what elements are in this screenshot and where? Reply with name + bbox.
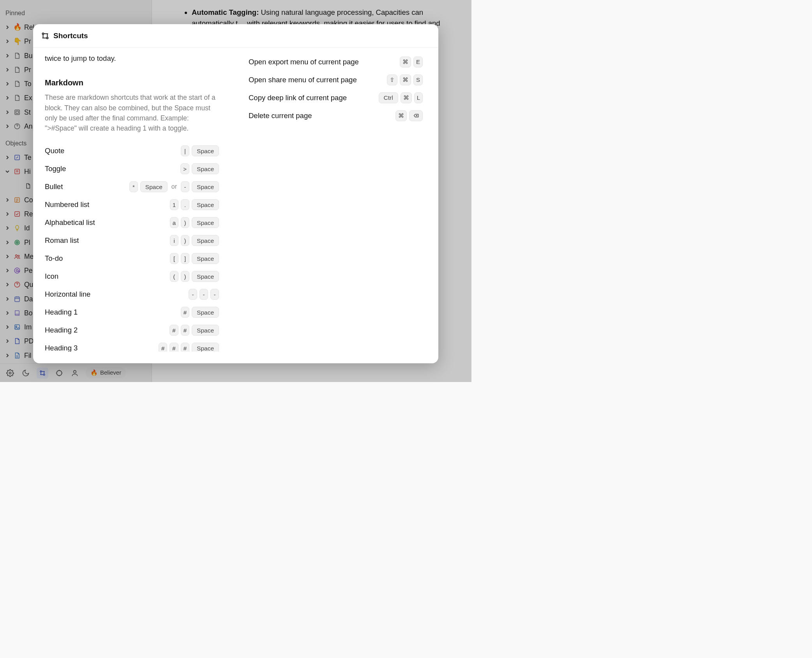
shortcut-keys: ##Space xyxy=(169,325,219,336)
shortcut-keys: ###Space xyxy=(159,343,219,352)
key-chip: Space xyxy=(192,271,219,282)
shortcut-keys: Ctrl⌘L xyxy=(379,92,423,103)
key-chip: Space xyxy=(192,235,219,246)
shortcut-label: Icon xyxy=(45,271,58,282)
shortcut-keys: ⇧⌘S xyxy=(387,74,423,85)
key-chip: L xyxy=(414,92,423,103)
key-chip: ⌘ xyxy=(395,110,407,121)
modal-title: Shortcuts xyxy=(53,30,88,42)
key-chip: # xyxy=(181,343,189,352)
key-chip: E xyxy=(413,57,423,67)
key-chip: 1 xyxy=(170,199,178,210)
key-chip: # xyxy=(181,325,189,336)
shortcut-row: Horizontal line--- xyxy=(45,285,219,303)
key-chip: # xyxy=(159,343,167,352)
key-chip: Space xyxy=(192,145,219,156)
shortcut-label: To-do xyxy=(45,253,63,264)
shortcuts-right-column: Open export menu of current page⌘EOpen s… xyxy=(245,48,438,352)
shortcut-row: Heading 3###Space xyxy=(45,339,219,352)
shortcut-keys: ()Space xyxy=(170,271,219,282)
key-chip: ) xyxy=(181,271,189,282)
shortcut-label: Delete current page xyxy=(249,110,312,121)
shortcut-row: Icon()Space xyxy=(45,267,219,285)
key-chip: ⌘ xyxy=(400,74,411,85)
key-chip: i xyxy=(170,235,178,246)
key-chip: [ xyxy=(170,253,178,264)
key-chip: Space xyxy=(192,253,219,264)
key-chip: # xyxy=(169,325,178,336)
shortcut-label: Heading 1 xyxy=(45,307,78,318)
key-chip: ( xyxy=(170,271,178,282)
shortcut-row: Roman listi)Space xyxy=(45,232,219,249)
shortcut-row: Numbered list1.Space xyxy=(45,196,219,214)
key-chip: Space xyxy=(192,325,219,336)
key-chip: - xyxy=(181,181,189,192)
or-text: or xyxy=(171,182,177,191)
shortcut-keys: ⌘E xyxy=(400,57,423,67)
key-chip: Space xyxy=(192,343,219,352)
key-chip: ⌘ xyxy=(400,57,411,67)
key-chip: ) xyxy=(181,235,189,246)
svg-point-24 xyxy=(42,33,44,35)
key-chip: ⌘ xyxy=(401,92,412,103)
key-chip: Space xyxy=(192,307,219,318)
shortcut-label: Heading 3 xyxy=(45,343,78,352)
key-chip: Ctrl xyxy=(379,92,398,103)
shortcut-keys: ⌘ xyxy=(395,110,423,121)
shortcut-label: Roman list xyxy=(45,235,79,246)
shortcut-keys: *Spaceor-Space xyxy=(129,181,219,192)
shortcut-row: Bullet*Spaceor-Space xyxy=(45,178,219,196)
shortcut-row: Open share menu of current page⇧⌘S xyxy=(249,71,423,89)
markdown-section-title: Markdown xyxy=(45,77,219,88)
shortcut-keys: --- xyxy=(189,289,219,300)
shortcut-keys: #Space xyxy=(181,307,219,318)
key-chip: Space xyxy=(192,163,219,174)
shortcuts-modal: Shortcuts twice to jump to today. Markdo… xyxy=(33,24,438,363)
key-chip: > xyxy=(180,163,189,174)
key-chip: a xyxy=(170,217,178,228)
shortcuts-header-icon xyxy=(41,32,49,40)
shortcut-row: Alphabetical lista)Space xyxy=(45,214,219,232)
lead-fragment: twice to jump to today. xyxy=(45,53,219,64)
shortcuts-left-column: twice to jump to today. Markdown These a… xyxy=(33,48,231,352)
modal-overlay[interactable]: Shortcuts twice to jump to today. Markdo… xyxy=(0,0,471,382)
key-chip: ) xyxy=(181,217,189,228)
key-chip: - xyxy=(210,289,219,300)
shortcut-label: Numbered list xyxy=(45,199,89,210)
key-chip: ⇧ xyxy=(387,74,397,85)
shortcut-row: Quote|Space xyxy=(45,142,219,160)
key-chip: Space xyxy=(192,199,219,210)
modal-header: Shortcuts xyxy=(33,24,438,48)
shortcut-row: Toggle>Space xyxy=(45,160,219,178)
key-chip: Space xyxy=(140,181,168,192)
shortcut-keys: a)Space xyxy=(170,217,219,228)
shortcut-keys: i)Space xyxy=(170,235,219,246)
shortcut-label: Bullet xyxy=(45,181,63,192)
key-chip: ] xyxy=(181,253,189,264)
svg-point-25 xyxy=(46,37,48,39)
shortcut-keys: >Space xyxy=(180,163,219,174)
shortcut-label: Heading 2 xyxy=(45,325,78,336)
markdown-section-desc: These are markdown shortcuts that work a… xyxy=(45,92,219,133)
key-chip xyxy=(409,110,423,121)
shortcut-row: Delete current page⌘ xyxy=(249,107,423,125)
shortcut-row: Copy deep link of current pageCtrl⌘L xyxy=(249,89,423,107)
key-chip: # xyxy=(169,343,178,352)
shortcut-row: To-do[]Space xyxy=(45,249,219,267)
shortcut-row: Heading 2##Space xyxy=(45,321,219,339)
key-chip: S xyxy=(413,74,423,85)
key-chip: - xyxy=(199,289,208,300)
shortcut-keys: 1.Space xyxy=(170,199,219,210)
shortcut-label: Alphabetical list xyxy=(45,217,95,228)
shortcut-label: Horizontal line xyxy=(45,289,90,300)
key-chip: * xyxy=(129,181,138,192)
shortcut-keys: []Space xyxy=(170,253,219,264)
shortcut-label: Copy deep link of current page xyxy=(249,92,347,103)
key-chip: # xyxy=(181,307,189,318)
shortcut-label: Open export menu of current page xyxy=(249,57,359,67)
key-chip: - xyxy=(189,289,197,300)
key-chip: Space xyxy=(192,217,219,228)
shortcut-keys: |Space xyxy=(181,145,219,156)
shortcut-row: Open export menu of current page⌘E xyxy=(249,53,423,71)
shortcut-row: Heading 1#Space xyxy=(45,303,219,321)
